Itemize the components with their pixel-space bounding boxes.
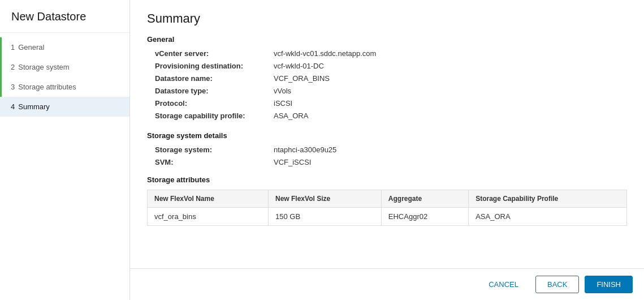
col-capability-profile: Storage Capability Profile <box>469 190 627 208</box>
col-flexvol-name: New FlexVol Name <box>148 190 269 208</box>
cell-aggregate: EHCAggr02 <box>381 208 468 226</box>
steps-list: 1 General 2 Storage system 3 Storage att… <box>0 33 129 117</box>
field-storage-system: Storage system: ntaphci-a300e9u25 <box>147 145 627 154</box>
storage-system-section: Storage system details Storage system: n… <box>147 131 627 166</box>
field-datastore-type: Datastore type: vVols <box>147 87 627 95</box>
storage-system-label: Storage system: <box>155 145 274 154</box>
svm-value: VCF_iSCSI <box>274 158 311 166</box>
step-number-summary: 4 <box>11 102 15 111</box>
app-title: New Datastore <box>0 0 129 33</box>
content-area: Summary General vCenter server: vcf-wkld… <box>130 0 644 268</box>
storage-system-value: ntaphci-a300e9u25 <box>274 145 336 154</box>
footer: CANCEL BACK FINISH <box>130 268 644 300</box>
sidebar-item-general[interactable]: 1 General <box>0 37 129 57</box>
svm-label: SVM: <box>155 158 274 166</box>
vcenter-server-value: vcf-wkld-vc01.sddc.netapp.com <box>274 49 376 58</box>
datastore-name-label: Datastore name: <box>155 74 274 83</box>
field-storage-capability-profile: Storage capability profile: ASA_ORA <box>147 112 627 120</box>
vcenter-server-label: vCenter server: <box>155 49 274 58</box>
cell-flexvol-name: vcf_ora_bins <box>148 208 269 226</box>
protocol-label: Protocol: <box>155 99 274 108</box>
cell-capability-profile: ASA_ORA <box>469 208 627 226</box>
table-header-row: New FlexVol Name New FlexVol Size Aggreg… <box>148 190 627 208</box>
general-section-title: General <box>147 35 627 44</box>
col-flexvol-size: New FlexVol Size <box>269 190 382 208</box>
storage-attributes-section-title: Storage attributes <box>147 175 627 184</box>
protocol-value: iSCSI <box>274 99 292 108</box>
field-vcenter-server: vCenter server: vcf-wkld-vc01.sddc.netap… <box>147 49 627 58</box>
cancel-button[interactable]: CANCEL <box>477 276 530 293</box>
field-svm: SVM: VCF_iSCSI <box>147 158 627 166</box>
cell-flexvol-size: 150 GB <box>269 208 382 226</box>
table-row: vcf_ora_bins 150 GB EHCAggr02 ASA_ORA <box>148 208 627 226</box>
sidebar-item-storage-system[interactable]: 2 Storage system <box>0 57 129 77</box>
general-section: General vCenter server: vcf-wkld-vc01.sd… <box>147 35 627 120</box>
datastore-type-value: vVols <box>274 87 291 95</box>
back-button[interactable]: BACK <box>535 276 579 293</box>
sidebar: New Datastore 1 General 2 Storage system… <box>0 0 130 300</box>
storage-system-section-title: Storage system details <box>147 131 627 140</box>
storage-capability-profile-value: ASA_ORA <box>274 112 308 120</box>
storage-attributes-table: New FlexVol Name New FlexVol Size Aggreg… <box>147 190 627 226</box>
sidebar-item-summary[interactable]: 4 Summary <box>0 97 129 117</box>
step-label-general: General <box>18 43 44 52</box>
storage-capability-profile-label: Storage capability profile: <box>155 112 274 120</box>
storage-attributes-section: Storage attributes New FlexVol Name New … <box>147 175 627 226</box>
provisioning-destination-value: vcf-wkld-01-DC <box>274 62 324 70</box>
datastore-type-label: Datastore type: <box>155 87 274 95</box>
col-aggregate: Aggregate <box>381 190 468 208</box>
sidebar-item-storage-attributes[interactable]: 3 Storage attributes <box>0 77 129 97</box>
page-title: Summary <box>147 11 627 26</box>
finish-button[interactable]: FINISH <box>585 276 633 293</box>
step-number-storage-system: 2 <box>11 63 15 71</box>
step-number-storage-attributes: 3 <box>11 83 15 91</box>
datastore-name-value: VCF_ORA_BINS <box>274 74 330 83</box>
step-label-storage-attributes: Storage attributes <box>18 83 76 91</box>
main-panel: Summary General vCenter server: vcf-wkld… <box>130 0 644 300</box>
step-label-summary: Summary <box>18 102 50 111</box>
provisioning-destination-label: Provisioning destination: <box>155 62 274 70</box>
step-number-general: 1 <box>11 43 15 52</box>
field-provisioning-destination: Provisioning destination: vcf-wkld-01-DC <box>147 62 627 70</box>
field-protocol: Protocol: iSCSI <box>147 99 627 108</box>
field-datastore-name: Datastore name: VCF_ORA_BINS <box>147 74 627 83</box>
step-label-storage-system: Storage system <box>18 63 69 71</box>
